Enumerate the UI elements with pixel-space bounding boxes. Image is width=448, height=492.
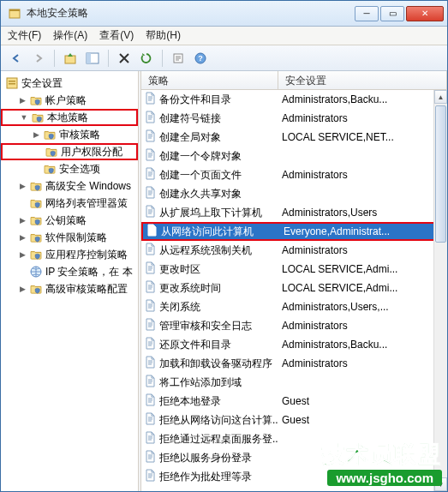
forward-button[interactable] <box>28 48 49 69</box>
maximize-button[interactable]: ▭ <box>380 6 404 21</box>
list-row[interactable]: 备份文件和目录Administrators,Backu... <box>141 90 447 109</box>
list-row[interactable]: 从网络访问此计算机Everyone,Administrat... <box>141 222 447 241</box>
list-row[interactable]: 拒绝从网络访问这台计算...Guest <box>141 411 447 429</box>
tree-item[interactable]: ▶审核策略 <box>1 126 138 143</box>
tree-item[interactable]: ▼本地策略 <box>1 109 138 126</box>
policy-name: 拒绝作为批处理等录 <box>159 470 252 484</box>
tree-item[interactable]: 用户权限分配 <box>1 143 138 160</box>
list-row[interactable]: 加载和卸载设备驱动程序Administrators <box>141 354 447 373</box>
policy-name: 创建一个页面文件 <box>159 168 242 183</box>
list-row[interactable]: 管理审核和安全日志Administrators <box>141 316 447 335</box>
policy-setting: Guest <box>278 395 444 407</box>
watermark-url: www.jsgho.com <box>327 470 442 486</box>
policy-setting: Guest <box>278 414 444 426</box>
separator <box>54 50 55 67</box>
menu-file[interactable]: 文件(F) <box>8 28 41 43</box>
list-row[interactable]: 创建永久共享对象 <box>141 184 447 203</box>
tree-item[interactable]: ▶高级安全 Windows <box>1 177 138 195</box>
expander-icon[interactable]: ▶ <box>18 233 27 242</box>
policy-name: 从网络访问此计算机 <box>161 225 254 239</box>
policy-icon <box>145 318 156 333</box>
show-hide-tree-button[interactable] <box>82 48 103 69</box>
scroll-thumb[interactable] <box>435 105 446 243</box>
tree-root[interactable]: 安全设置 <box>1 75 138 92</box>
policy-icon <box>145 393 156 409</box>
policy-name: 拒绝通过远程桌面服务登... <box>159 432 278 447</box>
policy-setting: Administrators <box>278 169 444 181</box>
policy-name: 管理审核和安全日志 <box>159 319 252 333</box>
vertical-scrollbar[interactable]: ▲ ▼ <box>433 90 447 491</box>
policy-name: 更改系统时间 <box>159 281 221 296</box>
tree-item[interactable]: 网络列表管理器策 <box>1 195 138 212</box>
up-button[interactable] <box>60 48 81 69</box>
tree-panel[interactable]: 安全设置▶帐户策略▼本地策略▶审核策略用户权限分配安全选项▶高级安全 Windo… <box>1 71 138 491</box>
policy-setting: Administrators <box>278 357 444 369</box>
delete-button[interactable] <box>114 48 134 69</box>
back-button[interactable] <box>6 48 27 69</box>
list-row[interactable]: 创建一个令牌对象 <box>141 147 447 165</box>
expander-icon[interactable]: ▼ <box>20 113 28 122</box>
list-row[interactable]: 将工作站添加到域 <box>141 373 447 392</box>
menu-view[interactable]: 查看(V) <box>99 28 134 43</box>
policy-name: 创建全局对象 <box>159 130 221 145</box>
policy-icon <box>145 450 156 465</box>
list-row[interactable]: 拒绝本地登录Guest <box>141 392 447 411</box>
policy-icon <box>145 375 156 390</box>
policy-icon <box>145 167 156 183</box>
list-row[interactable]: 创建全局对象LOCAL SERVICE,NET... <box>141 128 447 147</box>
policy-setting: Administrators,Users <box>278 207 444 219</box>
svg-rect-10 <box>9 83 15 85</box>
list-row[interactable]: 更改系统时间LOCAL SERVICE,Admi... <box>141 279 447 297</box>
tree-item-label: IP 安全策略，在 本 <box>45 265 133 279</box>
column-policy[interactable]: 策略 <box>141 71 278 89</box>
expander-icon[interactable]: ▶ <box>18 96 27 105</box>
folder-icon <box>43 162 57 176</box>
expander-icon[interactable]: ▶ <box>18 285 27 293</box>
list-rows[interactable]: 备份文件和目录Administrators,Backu...创建符号链接Admi… <box>141 90 447 491</box>
help-button[interactable]: ? <box>190 48 211 69</box>
expander-icon[interactable]: ▶ <box>18 182 27 190</box>
svg-text:?: ? <box>198 54 203 63</box>
tree-item-label: 本地策略 <box>47 111 88 125</box>
list-row[interactable]: 更改时区LOCAL SERVICE,Admi... <box>141 260 447 279</box>
tree-item[interactable]: ▶帐户策略 <box>1 92 138 109</box>
expander-icon[interactable]: ▶ <box>18 250 27 259</box>
policy-name: 拒绝从网络访问这台计算... <box>159 413 278 428</box>
tree-item[interactable]: ▶应用程序控制策略 <box>1 246 138 263</box>
tree-item[interactable]: IP 安全策略，在 本 <box>1 263 138 280</box>
column-setting[interactable]: 安全设置 <box>278 71 447 89</box>
watermark-text: 技术员联盟 <box>322 440 442 470</box>
list-row[interactable]: 创建符号链接Administrators <box>141 109 447 128</box>
expander-icon[interactable]: ▶ <box>32 130 40 139</box>
export-button[interactable] <box>168 48 188 69</box>
tree-item[interactable]: ▶高级审核策略配置 <box>1 280 138 297</box>
tree-root-label: 安全设置 <box>21 76 63 91</box>
menu-action[interactable]: 操作(A) <box>53 28 87 43</box>
policy-icon <box>145 431 156 447</box>
policy-icon <box>145 92 156 107</box>
tree-item-label: 高级审核策略配置 <box>45 282 128 297</box>
close-button[interactable]: ✕ <box>406 6 444 21</box>
tree-item[interactable]: ▶公钥策略 <box>1 212 138 229</box>
policy-name: 拒绝以服务身份登录 <box>159 451 252 465</box>
folder-icon <box>43 128 57 141</box>
policy-setting: Administrators,Backu... <box>278 339 444 351</box>
menu-help[interactable]: 帮助(H) <box>146 28 181 43</box>
folder-icon <box>29 179 43 193</box>
list-row[interactable]: 从扩展坞上取下计算机Administrators,Users <box>141 203 447 222</box>
scroll-up-button[interactable]: ▲ <box>434 90 447 104</box>
list-row[interactable]: 创建一个页面文件Administrators <box>141 165 447 184</box>
minimize-button[interactable]: ─ <box>355 6 379 21</box>
folder-icon <box>29 93 43 107</box>
policy-name: 创建符号链接 <box>159 111 221 126</box>
tree-item[interactable]: ▶软件限制策略 <box>1 229 138 246</box>
tree-item[interactable]: 安全选项 <box>1 160 138 177</box>
list-row[interactable]: 从远程系统强制关机Administrators <box>141 241 447 260</box>
refresh-button[interactable] <box>136 48 157 69</box>
expander-icon[interactable]: ▶ <box>18 216 27 225</box>
tree-item-label: 用户权限分配 <box>61 145 122 159</box>
policy-icon <box>145 299 156 315</box>
list-row[interactable]: 关闭系统Administrators,Users,... <box>141 297 447 316</box>
policy-icon <box>145 337 156 352</box>
list-row[interactable]: 还原文件和目录Administrators,Backu... <box>141 335 447 354</box>
